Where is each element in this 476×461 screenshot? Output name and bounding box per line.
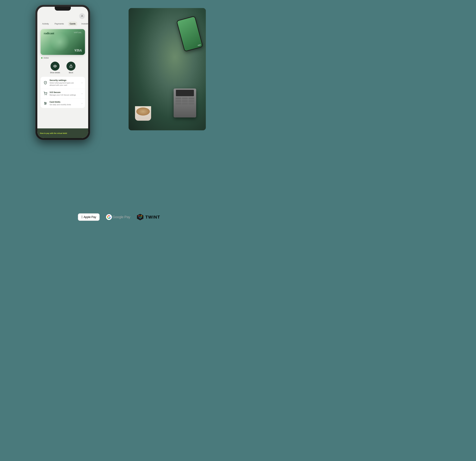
phone-notch — [55, 7, 71, 11]
google-pay-logo: Google Pay — [106, 214, 130, 220]
twint-icon — [137, 213, 144, 221]
profile-button[interactable] — [79, 13, 85, 19]
security-settings-title: Security settings — [50, 79, 80, 81]
security-settings-subtitle: Select what payment types are allowed wi… — [50, 82, 80, 86]
show-details-button[interactable] — [51, 62, 60, 71]
shield-icon — [43, 80, 48, 85]
security-settings-text: Security settings Select what payment ty… — [50, 79, 80, 86]
active-dot — [41, 57, 42, 59]
svg-point-14 — [141, 217, 142, 218]
nav-tabs: Activity Payments Cards Investments — [41, 22, 85, 26]
apple-pay-logo:  Apple Pay — [78, 213, 100, 221]
credit-card[interactable]: radicant VIRTUAL VISA — [41, 29, 85, 55]
svg-point-9 — [46, 103, 46, 104]
google-pay-text: Google Pay — [112, 215, 130, 219]
3dsecure-chevron: › — [82, 92, 82, 95]
terminal-keypad — [174, 97, 196, 105]
twint-logo: TWINT — [137, 213, 160, 221]
3dsecure-item[interactable]: 3-D Secure Manage your 3-D Secure settin… — [41, 89, 85, 98]
card-limits-chevron: › — [82, 102, 82, 105]
terminal-screen — [176, 90, 194, 96]
profile-icon-row — [41, 13, 85, 19]
tab-investments[interactable]: Investments — [80, 22, 88, 26]
block-label: Block — [69, 72, 73, 74]
phone-mockup: Activity Payments Cards Investments radi… — [35, 5, 90, 140]
active-text: Active — [43, 57, 49, 59]
payment-terminal — [174, 88, 196, 118]
screen-content: Activity Payments Cards Investments radi… — [37, 7, 88, 138]
card-wrapper: radicant VIRTUAL VISA — [41, 29, 85, 55]
block-button[interactable] — [67, 62, 76, 71]
google-g-icon — [106, 214, 112, 220]
coffee-cup-area — [135, 106, 161, 126]
sliders-icon — [43, 101, 48, 106]
apple-pay-text: Apple Pay — [84, 215, 96, 219]
card-inner: radicant VIRTUAL VISA — [41, 29, 85, 55]
tab-payments[interactable]: Payments — [53, 22, 66, 26]
card-bottom: VISA — [44, 49, 82, 52]
card-type-badge: VIRTUAL — [74, 32, 82, 34]
card-limits-text: Card limits Set daily and monthly limits — [50, 101, 80, 106]
svg-point-4 — [46, 95, 47, 95]
show-details-group: Show details — [50, 62, 60, 74]
card-status: Active — [41, 57, 85, 59]
main-content: VISA — [0, 0, 238, 230]
phone-outer: Activity Payments Cards Investments radi… — [35, 5, 90, 140]
card-brand-name: radicant — [44, 32, 54, 35]
block-group: Block — [67, 62, 76, 74]
svg-point-0 — [82, 15, 83, 16]
card-limits-item[interactable]: Card limits Set daily and monthly limits… — [41, 98, 85, 108]
twint-text: TWINT — [145, 215, 160, 220]
terminal-illustration: VISA — [128, 8, 206, 130]
svg-point-3 — [45, 95, 45, 95]
svg-rect-2 — [70, 66, 72, 68]
tab-activity[interactable]: Activity — [41, 22, 50, 26]
card-limits-subtitle: Set daily and monthly limits — [50, 103, 80, 106]
visa-logo: VISA — [74, 49, 82, 52]
cart-icon — [43, 91, 48, 96]
svg-point-1 — [55, 66, 56, 67]
coffee-liquid — [136, 108, 150, 116]
bottom-bar-text: How to pay with the virtual debit — [40, 132, 67, 134]
action-buttons: Show details Block — [41, 62, 85, 74]
3dsecure-subtitle: Manage your 3-D Secure settings — [50, 94, 80, 96]
card-limits-title: Card limits — [50, 101, 80, 103]
phone-screen: Activity Payments Cards Investments radi… — [37, 7, 88, 138]
payment-logos:  Apple Pay Google Pay — [78, 213, 160, 221]
svg-point-10 — [45, 104, 45, 104]
coffee-cup — [135, 106, 151, 121]
mini-visa-text: VISA — [198, 44, 201, 46]
tab-cards[interactable]: Cards — [68, 22, 77, 26]
3dsecure-title: 3-D Secure — [50, 91, 80, 94]
show-details-label: Show details — [50, 72, 60, 74]
photo-panel: VISA — [128, 8, 206, 130]
3dsecure-text: 3-D Secure Manage your 3-D Secure settin… — [50, 91, 80, 96]
bottom-video-bar[interactable]: How to pay with the virtual debit — [37, 128, 88, 138]
security-settings-chevron: › — [82, 81, 82, 84]
security-settings-item[interactable]: Security settings Select what payment ty… — [41, 77, 85, 89]
apple-icon:  — [81, 215, 83, 219]
svg-point-8 — [45, 102, 45, 103]
card-top: radicant VIRTUAL — [44, 32, 82, 35]
menu-items: Security settings Select what payment ty… — [41, 77, 85, 108]
